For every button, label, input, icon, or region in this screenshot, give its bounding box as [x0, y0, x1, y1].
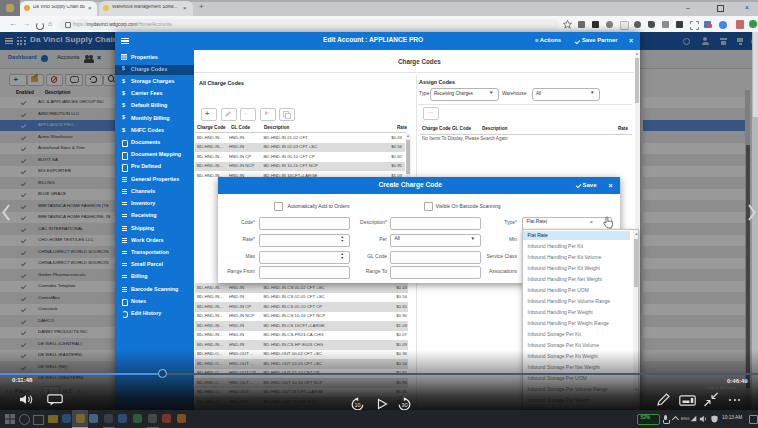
svg-text:10: 10	[355, 402, 361, 408]
svg-text:30: 30	[402, 402, 408, 408]
